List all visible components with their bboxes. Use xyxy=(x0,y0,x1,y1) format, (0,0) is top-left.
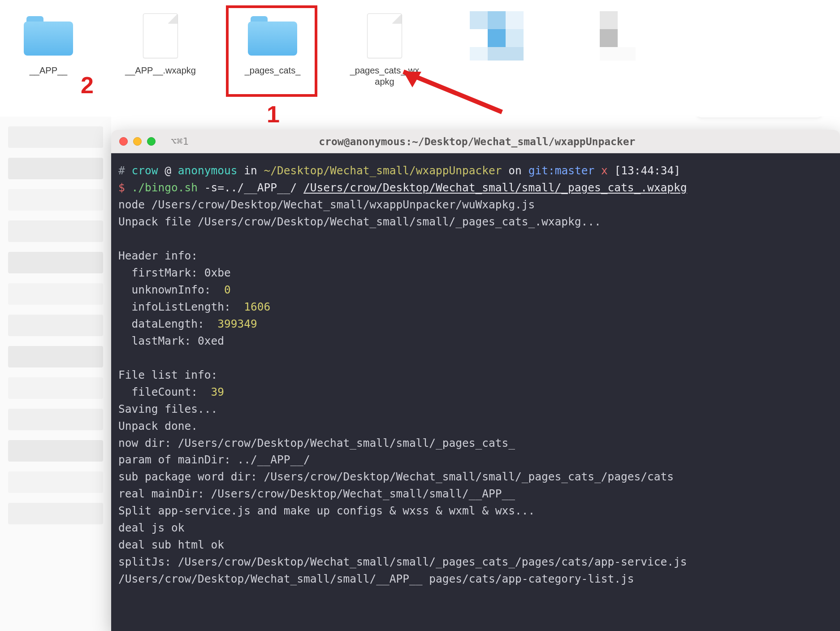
terminal-titlebar[interactable]: ⌥⌘1 crow@anonymous:~/Desktop/Wechat_smal… xyxy=(111,130,840,153)
cmd-args: -s=../__APP__/ xyxy=(198,181,303,194)
term-key: dataLength: xyxy=(118,317,217,330)
term-line: deal js ok xyxy=(118,521,185,534)
file-label: __APP__.wxapkg xyxy=(125,65,196,76)
term-val: 399349 xyxy=(217,317,257,330)
prompt-at: @ xyxy=(158,164,178,177)
prompt-in: in xyxy=(238,164,264,177)
terminal-body[interactable]: # crow @ anonymous in ~/Desktop/Wechat_s… xyxy=(111,153,840,631)
file-label: _pages_cats_.wx apkg xyxy=(350,65,420,87)
blurred-item xyxy=(461,10,533,61)
term-key: infoListLength: xyxy=(118,300,244,313)
term-line: File list info: xyxy=(118,368,217,381)
term-val: 39 xyxy=(211,385,225,398)
folder-icon xyxy=(24,16,73,56)
term-line: Split app-service.js and make up configs… xyxy=(118,504,535,517)
prompt-user: crow xyxy=(132,164,158,177)
folder-pages-cats[interactable]: _pages_cats_ xyxy=(237,10,308,76)
term-line: Saving files... xyxy=(118,402,217,415)
term-key: fileCount: xyxy=(118,385,211,398)
term-line: splitJs: /Users/crow/Desktop/Wechat_smal… xyxy=(118,555,687,568)
folder-app[interactable]: __APP__ xyxy=(13,10,84,76)
prompt-time: [13:44:34] xyxy=(608,164,680,177)
prompt-path: ~/Desktop/Wechat_small/wxappUnpacker xyxy=(264,164,502,177)
close-icon[interactable] xyxy=(119,137,128,146)
term-line: /Users/crow/Desktop/Wechat_small/small/_… xyxy=(118,572,634,585)
cmd-exe: ./bingo.sh xyxy=(125,181,198,194)
prompt-hash: # xyxy=(118,164,125,177)
folder-icon xyxy=(248,16,297,56)
blurred-item xyxy=(573,10,645,61)
file-pages-cats-wxapkg[interactable]: _pages_cats_.wx apkg xyxy=(349,10,420,87)
file-label: __APP__ xyxy=(30,65,68,76)
prompt-dollar: $ xyxy=(118,181,125,194)
pixel-icon xyxy=(470,11,524,61)
finder-icon-row: __APP__ __APP__.wxapkg _pages_cats_ _pag… xyxy=(0,0,840,117)
prompt-branch: master xyxy=(555,164,595,177)
file-app-wxapkg[interactable]: __APP__.wxapkg xyxy=(125,10,196,76)
maximize-icon[interactable] xyxy=(147,137,156,146)
document-icon xyxy=(367,13,402,58)
term-val: 0 xyxy=(224,283,231,296)
document-icon xyxy=(143,13,178,58)
term-line: deal sub html ok xyxy=(118,538,224,551)
term-line: real mainDir: /Users/crow/Desktop/Wechat… xyxy=(118,487,515,500)
pixel-icon xyxy=(582,11,636,61)
prompt-on: on xyxy=(502,164,528,177)
terminal-window: ⌥⌘1 crow@anonymous:~/Desktop/Wechat_smal… xyxy=(111,130,840,631)
cmd-arg-path: /Users/crow/Desktop/Wechat_small/small/_… xyxy=(303,181,687,194)
term-line: Unpack file /Users/crow/Desktop/Wechat_s… xyxy=(118,215,601,228)
prompt-host: anonymous xyxy=(178,164,238,177)
minimize-icon[interactable] xyxy=(133,137,142,146)
blurred-sidebar xyxy=(0,117,111,631)
term-line: Header info: xyxy=(118,249,198,262)
prompt-dirty: x xyxy=(594,164,608,177)
term-key: unknownInfo: xyxy=(118,283,224,296)
tab-shortcut: ⌥⌘1 xyxy=(171,136,189,147)
term-line: now dir: /Users/crow/Desktop/Wechat_smal… xyxy=(118,437,515,449)
term-val: 1606 xyxy=(244,300,270,313)
term-line: lastMark: 0xed xyxy=(118,334,224,347)
prompt-git: git: xyxy=(528,164,555,177)
file-label: _pages_cats_ xyxy=(245,65,301,76)
term-line: node /Users/crow/Desktop/Wechat_small/wx… xyxy=(118,198,535,211)
terminal-title: crow@anonymous:~/Desktop/Wechat_small/wx… xyxy=(194,136,832,147)
term-line: sub package word dir: /Users/crow/Deskto… xyxy=(118,470,674,483)
term-line: Unpack done. xyxy=(118,419,198,432)
term-line: firstMark: 0xbe xyxy=(118,266,231,279)
term-line: param of mainDir: ../__APP__/ xyxy=(118,453,310,466)
